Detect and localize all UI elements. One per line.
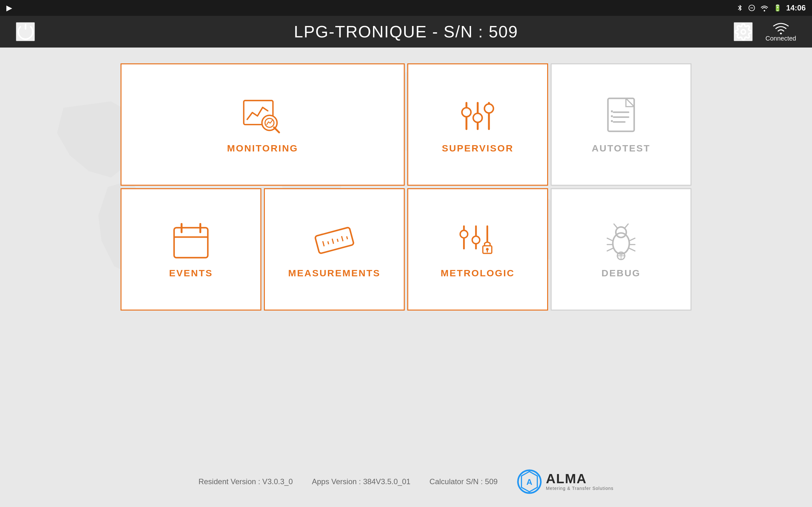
battery-icon: 🔋: [774, 4, 781, 12]
svg-point-37: [460, 230, 468, 238]
settings-button[interactable]: [734, 22, 753, 41]
power-button[interactable]: [16, 22, 35, 41]
svg-point-4: [780, 33, 782, 34]
wifi-icon: [760, 4, 769, 11]
alma-logo: A ALMA Metering & Transfer Solutions: [517, 469, 613, 494]
svg-rect-22: [174, 228, 208, 258]
connected-area: Connected: [765, 21, 796, 42]
alma-logo-text: ALMA Metering & Transfer Solutions: [546, 472, 613, 491]
svg-point-42: [613, 233, 629, 254]
alma-name: ALMA: [546, 472, 613, 486]
svg-line-49: [629, 238, 635, 241]
metrologic-label: METROLOGIC: [441, 268, 514, 279]
svg-line-28: [323, 241, 324, 246]
svg-line-8: [274, 127, 279, 132]
svg-line-46: [607, 238, 613, 241]
footer: Resident Version : V3.0.3_0 Apps Version…: [0, 469, 812, 494]
status-time: 14:06: [786, 3, 806, 12]
bluetooth-icon: [737, 4, 744, 11]
menu-card-metrologic[interactable]: METROLOGIC: [407, 188, 548, 311]
svg-point-2: [741, 30, 745, 34]
svg-point-13: [473, 113, 482, 122]
svg-line-31: [337, 239, 338, 242]
autotest-label: AUTOTEST: [592, 143, 650, 154]
measurements-icon: [314, 220, 355, 262]
header-right: Connected: [734, 21, 796, 42]
svg-rect-26: [177, 239, 205, 255]
menu-card-supervisor[interactable]: SUPERVISOR: [407, 63, 548, 186]
menu-card-debug: DEBUG: [551, 188, 692, 311]
resident-version: Resident Version : V3.0.3_0: [199, 477, 293, 486]
status-bar-left: ▶: [6, 3, 12, 12]
events-label: EVENTS: [169, 268, 213, 279]
status-bar: ▶ 🔋 14:06: [0, 0, 812, 16]
main-content: MONITORING SUPERVISOR: [0, 48, 812, 507]
svg-line-44: [614, 224, 618, 228]
metrologic-icon: [457, 220, 498, 262]
apps-version: Apps Version : 384V3.5.0_01: [312, 477, 410, 486]
connected-wifi-icon: [773, 21, 789, 34]
svg-line-29: [328, 241, 328, 244]
monitoring-label: MONITORING: [227, 143, 298, 154]
play-icon: ▶: [6, 3, 12, 12]
menu-card-monitoring[interactable]: MONITORING: [120, 63, 405, 186]
svg-rect-19: [611, 110, 613, 112]
svg-rect-21: [611, 120, 613, 122]
connected-label: Connected: [765, 35, 796, 42]
menu-card-measurements[interactable]: MEASUREMENTS: [264, 188, 405, 311]
calculator-sn: Calculator S/N : 509: [429, 477, 498, 486]
svg-line-33: [347, 236, 347, 239]
signal-minus-icon: [748, 4, 755, 11]
svg-line-45: [624, 224, 628, 228]
svg-line-48: [607, 248, 613, 251]
svg-point-12: [462, 108, 471, 117]
svg-rect-20: [611, 115, 613, 117]
menu-grid: MONITORING SUPERVISOR: [120, 63, 692, 311]
alma-logo-icon: A: [517, 469, 542, 494]
monitoring-icon: [242, 95, 283, 136]
alma-subtitle: Metering & Transfer Solutions: [546, 486, 613, 491]
svg-point-38: [472, 236, 480, 244]
debug-icon: [600, 220, 642, 262]
status-bar-right: 🔋 14:06: [737, 3, 806, 12]
events-icon: [170, 220, 212, 262]
supervisor-icon: [457, 95, 498, 136]
svg-line-30: [332, 239, 334, 244]
svg-text:A: A: [526, 477, 532, 487]
measurements-label: MEASUREMENTS: [288, 268, 380, 279]
header: LPG-TRONIQUE - S/N : 509 Connected: [0, 16, 812, 48]
autotest-icon: [600, 95, 642, 136]
svg-rect-1: [750, 8, 753, 8]
svg-point-14: [484, 104, 493, 113]
header-title: LPG-TRONIQUE - S/N : 509: [294, 22, 518, 41]
svg-rect-27: [315, 227, 354, 254]
svg-line-51: [629, 248, 635, 251]
svg-line-32: [342, 236, 343, 241]
menu-card-autotest: AUTOTEST: [551, 63, 692, 186]
supervisor-label: SUPERVISOR: [442, 143, 513, 154]
menu-card-events[interactable]: EVENTS: [120, 188, 261, 311]
debug-label: DEBUG: [601, 268, 641, 279]
